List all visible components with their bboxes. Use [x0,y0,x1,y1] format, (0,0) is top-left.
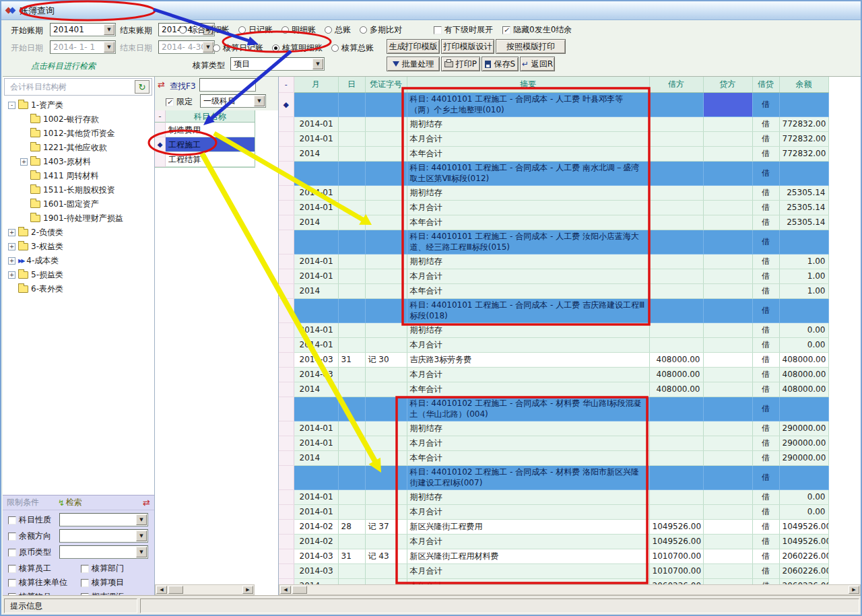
day-cell[interactable] [338,215,365,230]
checkbox-icon[interactable] [8,533,16,541]
month-cell[interactable]: 2014 [294,215,338,230]
credit-cell[interactable] [703,397,752,421]
day-cell[interactable] [338,489,365,504]
chevron-down-icon[interactable]: ▼ [104,24,114,35]
day-cell[interactable] [338,337,365,352]
dc-indicator-cell[interactable]: 借 [752,352,779,367]
day-cell[interactable] [338,450,365,465]
debit-cell[interactable] [649,283,703,298]
debit-cell[interactable] [649,504,703,519]
swap-icon[interactable]: ⇄ [143,498,150,508]
debit-cell[interactable] [649,436,703,450]
table-row-14[interactable]: 2014-01本月合计借0.00 [279,337,828,352]
voucher-no-cell[interactable] [365,367,407,382]
return-button[interactable]: ↵ 返回R [520,57,555,71]
summary-cell[interactable]: 新区兴隆街工程费用 [407,519,649,534]
voucher-no-cell[interactable] [365,200,407,215]
scroll-right-icon[interactable]: ▶ [242,586,253,594]
voucher-no-cell[interactable]: 记 43 [365,549,407,563]
row-marker-cell[interactable] [279,489,294,504]
credit-cell[interactable] [703,283,752,298]
dc-indicator-cell[interactable]: 借 [752,254,779,269]
table-row-9[interactable]: 2014-01期初结存借1.00 [279,254,828,269]
debit-cell[interactable] [649,397,703,421]
balance-cell[interactable]: 0.00 [779,322,828,337]
tree-item-1[interactable]: 1002-银行存款 [5,112,152,127]
row-marker-cell[interactable] [279,382,294,397]
month-cell[interactable]: 2014-01 [294,489,338,504]
month-cell[interactable] [294,92,338,116]
debit-cell[interactable] [649,254,703,269]
table-row-12[interactable]: 科目: 44010101 工程施工 - 合同成本 - 人工费 吉庆路建设工程Ⅲ标… [279,298,828,322]
month-cell[interactable]: 2014-02 [294,519,338,534]
dc-indicator-cell[interactable]: 借 [752,465,779,489]
dc-indicator-cell[interactable]: 借 [752,146,779,161]
summary-cell[interactable]: 科目: 44010102 工程施工 - 合同成本 - 材料费 华山路Ⅰ标段混凝土… [407,397,649,421]
voucher-no-cell[interactable] [365,146,407,161]
scroll-left-icon[interactable]: ◀ [156,586,167,594]
credit-cell[interactable] [703,382,752,397]
save-button[interactable]: 保存S [482,57,519,71]
summary-cell[interactable]: 期初结存 [407,489,649,504]
row-marker-cell[interactable] [279,185,294,200]
voucher-no-cell[interactable] [365,298,407,322]
table-row-19[interactable]: 2014-01期初结存借290000.00 [279,421,828,436]
day-cell[interactable]: 31 [338,549,365,563]
day-cell[interactable] [338,254,365,269]
dc-indicator-cell[interactable]: 借 [752,367,779,382]
voucher-no-cell[interactable] [365,337,407,352]
voucher-no-cell[interactable] [365,215,407,230]
tree-item-10[interactable]: +3-权益类 [5,240,152,254]
debit-cell[interactable] [649,465,703,489]
month-cell[interactable]: 2014 [294,382,338,397]
start-date-combo[interactable]: 2014- 1- 1 ▼ [50,40,116,54]
chevron-down-icon[interactable]: ▼ [136,547,147,557]
voucher-no-cell[interactable] [365,504,407,519]
collapse-icon[interactable]: - [8,102,15,109]
table-row-4[interactable]: 科目: 44010101 工程施工 - 合同成本 - 人工费 南水北调－盛湾取土… [279,161,828,185]
credit-cell[interactable] [703,367,752,382]
summary-cell[interactable]: 本月合计 [407,269,649,283]
row-marker-cell[interactable] [279,534,294,549]
credit-cell[interactable] [703,116,752,131]
month-cell[interactable]: 2014-02 [294,534,338,549]
credit-cell[interactable] [703,337,752,352]
credit-cell[interactable] [703,131,752,146]
credit-cell[interactable] [703,185,752,200]
debit-cell[interactable] [649,269,703,283]
tree-item-12[interactable]: +5-损益类 [5,268,152,282]
balance-cell[interactable]: 290000.00 [779,450,828,465]
balance-cell[interactable] [779,397,828,421]
tree-item-0[interactable]: -1-资产类 [5,98,152,112]
radio-book-type-2[interactable]: 明细账 [281,24,316,36]
limit-checkbox[interactable]: 限定 [166,96,193,108]
radio-book-type-0[interactable]: 综合明细帐 [179,24,230,36]
scroll-right-icon[interactable]: ▶ [849,586,859,594]
credit-cell[interactable] [703,450,752,465]
checkbox-icon[interactable] [8,516,16,524]
day-cell[interactable] [338,504,365,519]
radio-book-type-1[interactable]: 日记账 [238,24,273,36]
table-row-11[interactable]: 2014本年合计借1.00 [279,283,828,298]
voucher-no-cell[interactable]: 记 37 [365,519,407,534]
summary-cell[interactable]: 科目: 44010102 工程施工 - 合同成本 - 材料费 洛阳市新区兴隆街建… [407,465,649,489]
balance-cell[interactable]: 2060226.00 [779,563,828,578]
summary-cell[interactable]: 科目: 44010101 工程施工 - 合同成本 - 人工费 叶县邓李等（两）个… [407,92,649,116]
chevron-down-icon[interactable]: ▼ [312,59,323,69]
balance-cell[interactable]: 0.00 [779,489,828,504]
balance-cell[interactable]: 290000.00 [779,436,828,450]
day-cell[interactable] [338,534,365,549]
debit-cell[interactable]: 1010700.00 [649,549,703,563]
balance-cell[interactable] [779,465,828,489]
subject-row-2[interactable]: 工程结算 [155,152,255,167]
credit-cell[interactable] [703,215,752,230]
day-cell[interactable] [338,185,365,200]
balance-cell[interactable]: 2060226.00 [779,549,828,563]
credit-cell[interactable] [703,465,752,489]
row-marker-cell[interactable] [279,254,294,269]
summary-cell[interactable]: 本月合计 [407,200,649,215]
table-row-21[interactable]: 2014本年合计借290000.00 [279,450,828,465]
day-cell[interactable] [338,465,365,489]
refresh-button[interactable]: ↻ [135,80,150,94]
day-cell[interactable] [338,436,365,450]
